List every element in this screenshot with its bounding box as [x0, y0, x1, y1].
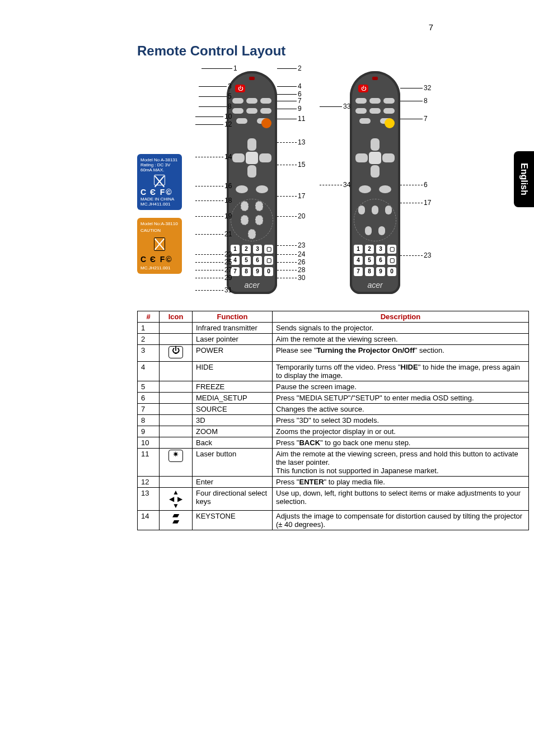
- co-9: 9: [298, 105, 302, 113]
- co-4: 4: [298, 82, 302, 90]
- row-num: 7: [138, 404, 160, 415]
- table-row: 12EnterPress "ENTER" to play media file.: [138, 477, 529, 488]
- co-20: 20: [298, 212, 305, 220]
- co-29: 29: [224, 274, 232, 282]
- row-desc: Press "BACK" to go back one menu step.: [273, 437, 529, 449]
- row-num: 14: [138, 511, 160, 530]
- row-icon: [160, 323, 193, 334]
- row-fn: FREEZE: [193, 381, 273, 393]
- functions-table: # Icon Function Description 1Infrared tr…: [137, 311, 529, 530]
- row-desc: Aim the remote at the viewing screen, pr…: [273, 449, 529, 477]
- co-r23: 23: [424, 251, 431, 259]
- laser-icon: [168, 450, 183, 462]
- co-15: 15: [298, 161, 305, 169]
- row-fn: HIDE: [193, 362, 273, 381]
- row-icon: [160, 426, 193, 437]
- row-num: 12: [138, 477, 160, 488]
- row-num: 2: [138, 334, 160, 345]
- th-icon: Icon: [160, 311, 193, 323]
- table-row: 3POWERPlease see "Turning the Projector …: [138, 345, 529, 362]
- row-fn: KEYSTONE: [193, 511, 273, 530]
- row-desc: Please see "Turning the Projector On/Off…: [273, 345, 529, 362]
- co-12: 12: [224, 120, 232, 128]
- co-r6: 6: [424, 181, 428, 189]
- co-14: 14: [224, 153, 232, 161]
- table-row: 7SOURCEChanges the active source.: [138, 404, 529, 415]
- page-number: 7: [39, 22, 495, 32]
- row-desc: Aim the remote at the viewing screen.: [273, 334, 529, 345]
- keystone-icon: ▰▰: [163, 512, 189, 524]
- co-3: 3: [228, 82, 232, 90]
- co-1: 1: [233, 64, 237, 72]
- row-desc: Temporarily turns off the video. Press "…: [273, 362, 529, 381]
- co-23: 23: [298, 241, 305, 249]
- row-icon: [160, 404, 193, 415]
- table-row: 9ZOOMZooms the projector display in or o…: [138, 426, 529, 437]
- th-fn: Function: [193, 311, 273, 323]
- co-7: 7: [298, 97, 302, 105]
- row-icon: [160, 334, 193, 345]
- row-desc: Adjusts the image to compensate for dist…: [273, 511, 529, 530]
- co-13: 13: [298, 138, 305, 146]
- row-icon: ▰▰: [160, 511, 193, 530]
- row-fn: Laser button: [193, 449, 273, 477]
- row-icon: [160, 381, 193, 393]
- row-fn: ZOOM: [193, 426, 273, 437]
- co-21: 21: [224, 230, 232, 238]
- table-row: 14▰▰KEYSTONEAdjusts the image to compens…: [138, 511, 529, 530]
- co-10: 10: [224, 113, 232, 120]
- co-r32: 32: [424, 84, 431, 92]
- row-icon: [160, 362, 193, 381]
- co-5: 5: [228, 92, 232, 100]
- row-num: 5: [138, 381, 160, 393]
- arrows-icon: ▲◀ ▶▼: [163, 489, 189, 509]
- co-18: 18: [224, 197, 232, 204]
- row-fn: Infrared transmitter: [193, 323, 273, 334]
- co-26: 26: [298, 258, 305, 266]
- table-row: 83DPress "3D" to select 3D models.: [138, 415, 529, 426]
- row-desc: Zooms the projector display in or out.: [273, 426, 529, 437]
- row-num: 8: [138, 415, 160, 426]
- co-28: 28: [298, 266, 305, 274]
- section-title: Remote Control Layout: [137, 43, 495, 59]
- row-icon: ▲◀ ▶▼: [160, 488, 193, 511]
- co-r34: 34: [343, 181, 350, 189]
- co-19: 19: [224, 212, 232, 220]
- row-desc: Press "MEDIA SETUP"/"SETUP" to enter med…: [273, 393, 529, 404]
- row-icon: [160, 345, 193, 362]
- co-24: 24: [298, 250, 305, 258]
- row-desc: Changes the active source.: [273, 404, 529, 415]
- row-icon: [160, 449, 193, 477]
- remote-layout-figure: Model No A-38131 Rating : DC 3V 60mA MAX…: [137, 64, 529, 305]
- row-num: 11: [138, 449, 160, 477]
- row-desc: Use up, down, left, right buttons to sel…: [273, 488, 529, 511]
- table-row: 5FREEZEPause the screen image.: [138, 381, 529, 393]
- row-icon: [160, 477, 193, 488]
- row-icon: [160, 415, 193, 426]
- co-8: 8: [228, 102, 232, 110]
- co-22: 22: [224, 250, 232, 258]
- co-2: 2: [298, 64, 302, 72]
- row-desc: Press "ENTER" to play media file.: [273, 477, 529, 488]
- th-num: #: [138, 311, 160, 323]
- row-num: 10: [138, 437, 160, 449]
- row-icon: [160, 393, 193, 404]
- table-row: 13▲◀ ▶▼Four directional select keysUse u…: [138, 488, 529, 511]
- row-num: 3: [138, 345, 160, 362]
- co-r8: 8: [424, 97, 428, 105]
- row-desc: Sends signals to the projector.: [273, 323, 529, 334]
- co-16: 16: [224, 182, 232, 190]
- co-31: 31: [224, 286, 232, 294]
- row-fn: Four directional select keys: [193, 488, 273, 511]
- row-num: 13: [138, 488, 160, 511]
- table-row: 6MEDIA_SETUPPress "MEDIA SETUP"/"SETUP" …: [138, 393, 529, 404]
- co-r17: 17: [424, 199, 431, 207]
- co-25: 25: [224, 258, 232, 266]
- row-fn: SOURCE: [193, 404, 273, 415]
- table-row: 1Infrared transmitterSends signals to th…: [138, 323, 529, 334]
- row-num: 4: [138, 362, 160, 381]
- row-fn: 3D: [193, 415, 273, 426]
- co-27: 27: [224, 266, 232, 274]
- th-desc: Description: [273, 311, 529, 323]
- co-17: 17: [298, 192, 305, 200]
